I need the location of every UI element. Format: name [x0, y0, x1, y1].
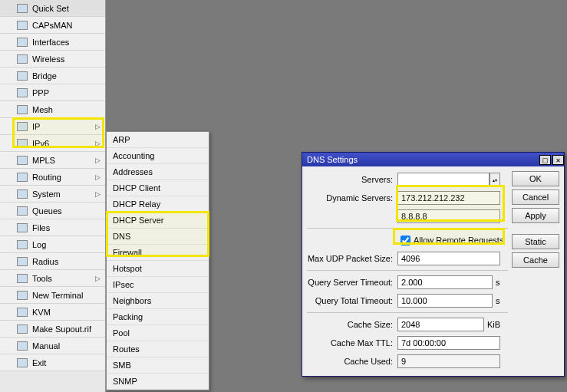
- sidebar-item-mpls[interactable]: MPLS▷: [0, 152, 105, 169]
- menu-icon: [17, 38, 28, 47]
- sidebar-item-ppp[interactable]: PPP: [0, 84, 105, 101]
- label-max-udp: Max UDP Packet Size:: [307, 254, 397, 263]
- submenu-item-neighbors[interactable]: Neighbors: [107, 293, 209, 309]
- query-total-timeout-input[interactable]: [397, 294, 493, 308]
- menu-icon: [17, 308, 28, 317]
- menu-icon: [17, 274, 28, 283]
- apply-button[interactable]: Apply: [512, 208, 559, 223]
- submenu-item-label: Routes: [113, 344, 140, 354]
- menu-icon: [17, 358, 28, 367]
- sidebar-item-mesh[interactable]: Mesh: [0, 101, 105, 118]
- menu-icon: [17, 122, 28, 131]
- dynamic-server-1: [397, 191, 500, 205]
- sidebar-item-label: Manual: [32, 341, 60, 351]
- sidebar-item-log[interactable]: Log: [0, 236, 105, 253]
- label-cache-ttl: Cache Max TTL:: [307, 338, 397, 348]
- window-titlebar: DNS Settings □ ✕: [302, 153, 564, 166]
- menu-icon: [17, 257, 28, 266]
- sidebar-item-exit[interactable]: Exit: [0, 354, 105, 371]
- submenu-item-pool[interactable]: Pool: [107, 325, 209, 341]
- chevron-right-icon: ▷: [95, 156, 101, 164]
- submenu-item-dhcp-server[interactable]: DHCP Server: [107, 212, 209, 229]
- submenu-item-label: DHCP Client: [113, 183, 160, 193]
- max-udp-input[interactable]: [397, 252, 500, 265]
- sidebar-item-manual[interactable]: Manual: [0, 338, 105, 354]
- submenu-item-addresses[interactable]: Addresses: [107, 164, 209, 180]
- menu-icon: [17, 71, 28, 81]
- sidebar-item-ipv6[interactable]: IPv6▷: [0, 135, 105, 152]
- menu-icon: [17, 206, 28, 216]
- ok-button[interactable]: OK: [512, 171, 559, 186]
- chevron-right-icon: ▷: [95, 275, 101, 282]
- sidebar-item-capsman[interactable]: CAPsMAN: [0, 17, 105, 34]
- submenu-item-firewall[interactable]: Firewall: [107, 245, 209, 261]
- submenu-item-dhcp-client[interactable]: DHCP Client: [107, 180, 209, 196]
- cache-button[interactable]: Cache: [512, 252, 559, 268]
- static-button[interactable]: Static: [512, 234, 559, 249]
- submenu-item-label: Addresses: [113, 167, 153, 176]
- submenu-item-label: SNMP: [113, 377, 137, 386]
- dns-settings-window: DNS Settings □ ✕ Servers: ▴▾ Dynamic Ser…: [302, 152, 565, 377]
- sidebar-item-radius[interactable]: Radius: [0, 253, 105, 270]
- unit-s-1: s: [496, 278, 500, 287]
- sidebar-item-quick-set[interactable]: Quick Set: [0, 0, 105, 17]
- submenu-item-hotspot[interactable]: Hotspot: [107, 261, 209, 277]
- close-icon[interactable]: ✕: [552, 155, 564, 165]
- sidebar-item-label: Make Supout.rif: [32, 324, 91, 334]
- submenu-item-arp[interactable]: ARP: [107, 132, 209, 148]
- sidebar-item-tools[interactable]: Tools▷: [0, 270, 105, 287]
- allow-remote-requests-checkbox[interactable]: [401, 236, 410, 245]
- sidebar-item-make-supout-rif[interactable]: Make Supout.rif: [0, 321, 105, 338]
- sidebar-item-label: Quick Set: [32, 4, 69, 13]
- submenu-item-accounting[interactable]: Accounting: [107, 148, 209, 164]
- sidebar-item-routing[interactable]: Routing▷: [0, 169, 105, 186]
- sidebar-item-system[interactable]: System▷: [0, 186, 105, 203]
- sidebar-item-label: KVM: [32, 308, 51, 317]
- sidebar-item-label: Bridge: [32, 71, 57, 81]
- submenu-item-label: Accounting: [113, 151, 154, 160]
- sidebar-item-interfaces[interactable]: Interfaces: [0, 34, 105, 51]
- query-server-timeout-input[interactable]: [397, 275, 493, 289]
- menu-icon: [17, 240, 28, 249]
- chevron-right-icon: ▷: [95, 190, 101, 198]
- sidebar-item-wireless[interactable]: Wireless: [0, 51, 105, 68]
- servers-input[interactable]: [397, 173, 490, 186]
- cache-ttl-input[interactable]: [397, 336, 500, 350]
- submenu-item-snmp[interactable]: SNMP: [107, 374, 209, 390]
- sidebar-item-kvm[interactable]: KVM: [0, 304, 105, 321]
- sidebar-item-label: MPLS: [32, 156, 55, 165]
- cache-size-input[interactable]: [397, 318, 484, 331]
- cancel-button[interactable]: Cancel: [512, 189, 559, 205]
- submenu-item-label: Neighbors: [113, 296, 151, 305]
- sidebar-item-label: Radius: [32, 257, 58, 266]
- menu-icon: [17, 324, 28, 334]
- submenu-item-label: DNS: [113, 232, 130, 241]
- sidebar-item-label: Log: [32, 240, 46, 249]
- sidebar-item-label: IP: [32, 122, 40, 131]
- sidebar-item-queues[interactable]: Queues: [0, 203, 105, 219]
- label-qtt: Query Total Timeout:: [307, 296, 397, 305]
- sidebar-item-bridge[interactable]: Bridge: [0, 68, 105, 84]
- main-sidebar: Quick SetCAPsMANInterfacesWirelessBridge…: [0, 0, 106, 392]
- submenu-item-routes[interactable]: Routes: [107, 341, 209, 357]
- sidebar-item-label: Wireless: [32, 54, 64, 64]
- submenu-item-dns[interactable]: DNS: [107, 229, 209, 245]
- menu-icon: [17, 156, 28, 165]
- submenu-item-ipsec[interactable]: IPsec: [107, 277, 209, 293]
- submenu-item-packing[interactable]: Packing: [107, 309, 209, 325]
- sidebar-item-ip[interactable]: IP▷: [0, 118, 105, 135]
- submenu-item-smb[interactable]: SMB: [107, 357, 209, 374]
- label-qst: Query Server Timeout:: [307, 278, 397, 287]
- sidebar-item-label: Mesh: [32, 105, 53, 114]
- button-column: OK Cancel Apply Static Cache: [512, 171, 559, 268]
- sidebar-item-label: Tools: [32, 274, 52, 283]
- sidebar-item-files[interactable]: Files: [0, 219, 105, 236]
- expand-icon[interactable]: □: [539, 155, 551, 165]
- submenu-item-dhcp-relay[interactable]: DHCP Relay: [107, 196, 209, 212]
- menu-icon: [17, 88, 28, 97]
- submenu-item-label: DHCP Server: [113, 216, 163, 225]
- sidebar-item-new-terminal[interactable]: New Terminal: [0, 287, 105, 304]
- unit-s-2: s: [496, 296, 500, 305]
- servers-stepper[interactable]: ▴▾: [490, 173, 500, 186]
- submenu-item-label: Packing: [113, 312, 143, 321]
